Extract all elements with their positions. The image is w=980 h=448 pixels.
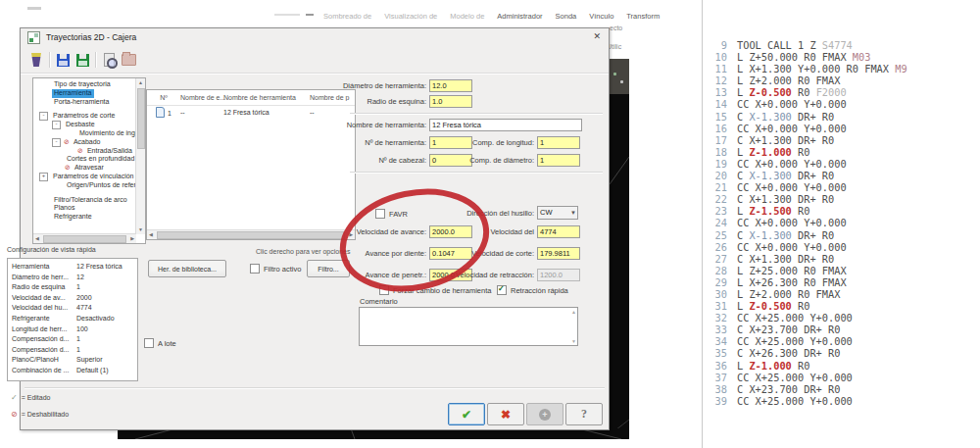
menu-item[interactable]: Vínculo xyxy=(589,12,613,21)
tree-item-refrigerante[interactable]: Refrigerante xyxy=(33,213,136,222)
menu-item[interactable]: Visualización de xyxy=(384,12,437,21)
expander-icon[interactable]: + xyxy=(39,173,48,181)
import-button[interactable] xyxy=(119,51,138,69)
code-line[interactable]: 21CC X+0.000 Y+0.000 xyxy=(710,181,980,193)
batch-checkbox[interactable] xyxy=(144,338,154,348)
diameter-comp-input[interactable]: 1 xyxy=(537,154,580,167)
code-line[interactable]: 18L Z-1.000 R0 xyxy=(710,146,980,158)
save-to-library-button[interactable] xyxy=(73,51,92,69)
cutting-speed-label: Velocidad de corte: xyxy=(452,249,534,258)
code-line[interactable]: 34CC X+25.000 Y+0.000 xyxy=(710,335,980,347)
tree-item-herramienta[interactable]: Herramienta xyxy=(33,89,136,98)
nc-code-panel[interactable]: 9TOOL CALL 1 Z S477410L Z+50.000 R0 FMAX… xyxy=(710,39,980,407)
code-line[interactable]: 31L Z-0.500 R0 xyxy=(710,300,980,312)
menu-item[interactable]: Sombreado de xyxy=(323,12,371,21)
tree-horizontal-scrollbar[interactable]: ◀ ▶ xyxy=(33,233,136,243)
tree-item-entrada-salida[interactable]: ⊘Entrada/Salida xyxy=(33,147,136,156)
column-header[interactable]: Nombre de herramienta xyxy=(223,94,310,101)
tree-item-desbaste[interactable]: -Desbaste xyxy=(33,121,136,129)
expander-icon[interactable]: - xyxy=(39,112,48,121)
tree-item-acabado[interactable]: -⊘Acabado xyxy=(33,138,136,147)
code-line[interactable]: 39CC X+25.000 Y+0.000 xyxy=(710,395,980,407)
favr-checkbox-row[interactable]: FAVR xyxy=(375,209,408,219)
menu-item[interactable]: Administrador xyxy=(497,12,542,21)
menu-item[interactable]: Sonda xyxy=(556,12,577,21)
cutting-speed-input[interactable]: 179.9811 xyxy=(537,247,580,260)
cancel-button[interactable]: ✖ xyxy=(487,403,524,425)
force-tool-change-checkbox[interactable] xyxy=(379,285,389,295)
tree-item-par-metros-de-vinculaci-n[interactable]: +Parámetros de vinculación xyxy=(33,173,136,181)
tree-item-atravesar[interactable]: ⊘Atravesar xyxy=(33,164,136,173)
code-line[interactable]: 30L Z+2.000 R0 FMAX xyxy=(710,288,980,300)
tool-table[interactable]: NºNombre de e...Nombre de herramientaNom… xyxy=(146,89,356,240)
code-line[interactable]: 17C X+1.300 DR+ R0 xyxy=(710,134,980,146)
code-line[interactable]: 38C X+23.700 DR+ R0 xyxy=(710,383,980,395)
tree-item-planos[interactable]: Planos xyxy=(33,204,136,213)
code-line[interactable]: 28L Z+25.000 R0 FMAX xyxy=(710,265,980,276)
code-line[interactable]: 20C X-1.300 DR+ R0 xyxy=(710,170,980,181)
code-line[interactable]: 26CC X+0.000 Y+0.000 xyxy=(710,241,980,253)
line-number: 21 xyxy=(710,181,727,193)
length-comp-input[interactable]: 1 xyxy=(537,136,580,149)
ok-button[interactable]: ✔ xyxy=(448,403,485,425)
save-parameters-button[interactable] xyxy=(53,51,73,69)
expander-icon[interactable]: - xyxy=(52,138,61,147)
table-row[interactable]: 1--12 Fresa tórica-- xyxy=(147,106,355,119)
expander-icon[interactable]: - xyxy=(52,121,61,129)
tree-item-movimiento-de-ingreso[interactable]: Movimiento de ingreso xyxy=(33,129,136,138)
column-header[interactable]: Nombre de e... xyxy=(180,94,223,101)
tree-item-par-metros-de-corte[interactable]: -Parámetros de corte xyxy=(33,112,136,121)
code-line[interactable]: 23L Z-1.500 R0 xyxy=(710,205,980,217)
help-button[interactable]: ? xyxy=(565,403,603,425)
code-line[interactable]: 25C X-1.300 DR+ R0 xyxy=(710,229,980,241)
code-line[interactable]: 22C X+1.300 DR+ R0 xyxy=(710,193,980,205)
code-line[interactable]: 11L X+1.300 Y+0.000 R0 FMAX M9 xyxy=(710,63,980,75)
corner-radius-input[interactable]: 1.0 xyxy=(429,95,472,108)
code-line[interactable]: 9TOOL CALL 1 Z S4774 xyxy=(710,39,980,51)
filter-active-checkbox[interactable] xyxy=(250,264,260,274)
tree-item-cortes-en-profundidad[interactable]: Cortes en profundidad xyxy=(33,155,136,164)
force-tool-change-row[interactable]: Forzar cambio de herramienta xyxy=(379,285,491,295)
close-icon[interactable]: ✕ xyxy=(593,31,601,41)
code-line[interactable]: 37CC X+25.000 Y+0.000 xyxy=(710,372,980,383)
tool-name-input[interactable]: 12 Fresa tórica xyxy=(429,119,582,131)
save-library-icon xyxy=(76,54,89,67)
code-line[interactable]: 24CC X+0.000 Y+0.000 xyxy=(710,217,980,228)
rapid-retract-checkbox[interactable] xyxy=(497,285,507,295)
code-line[interactable]: 16CC X+0.000 Y+0.000 xyxy=(710,123,980,134)
comment-textarea[interactable]: ▲▼ xyxy=(359,307,578,346)
tool-diameter-input[interactable]: 12.0 xyxy=(429,79,472,92)
code-line[interactable]: 36L Z-1.000 R0 xyxy=(710,360,980,372)
code-line[interactable]: 13L Z-0.500 R0 F2000 xyxy=(710,86,980,98)
dialog-titlebar[interactable]: Trayectorias 2D - Cajera ✕ xyxy=(21,28,609,46)
code-line[interactable]: 35C X+26.300 DR+ R0 xyxy=(710,347,980,359)
code-line[interactable]: 27C X+1.300 DR+ R0 xyxy=(710,253,980,265)
rapid-retract-row[interactable]: Retracción rápida xyxy=(497,285,568,295)
plus-icon: + xyxy=(539,409,551,421)
preview-button[interactable] xyxy=(99,51,119,69)
code-line[interactable]: 19CC X+0.000 Y+0.000 xyxy=(710,158,980,170)
batch-checkbox-row[interactable]: A lote xyxy=(144,338,176,348)
tree-vertical-scrollbar[interactable]: ▲ ▼ xyxy=(135,78,145,234)
library-tool-button[interactable]: Her. de biblioteca... xyxy=(148,260,226,277)
column-header[interactable]: Nº xyxy=(147,94,180,101)
filter-active-checkbox-row[interactable]: Filtro activo xyxy=(250,264,301,274)
tree-item-filtro-tolerancia-de-arco[interactable]: Filtro/Tolerancia de arco xyxy=(33,196,136,205)
tree-item-tipo-de-trayectoria[interactable]: Tipo de trayectoria xyxy=(33,80,136,89)
code-line[interactable]: 29L X+26.300 R0 FMAX xyxy=(710,276,980,288)
code-line[interactable]: 14CC X+0.000 Y+0.000 xyxy=(710,98,980,110)
menu-item[interactable]: Transform xyxy=(626,12,660,21)
spindle-direction-dropdown[interactable]: CW▼ xyxy=(537,206,578,220)
select-tool-button[interactable] xyxy=(26,51,46,69)
code-line[interactable]: 33C X+23.700 DR+ R0 xyxy=(710,324,980,335)
code-line[interactable]: 15C X-1.300 DR+ R0 xyxy=(710,111,980,123)
tree-item-origen-puntos-de-referencia[interactable]: Origen/Puntos de referencia xyxy=(33,181,136,190)
code-line[interactable]: 32CC X+25.000 Y+0.000 xyxy=(710,312,980,324)
cancel-x-icon: ✖ xyxy=(501,408,511,422)
tree-item-porta-herramienta[interactable]: Porta-herramienta xyxy=(33,98,136,107)
menu-item[interactable]: Modelo de xyxy=(450,12,484,21)
favr-checkbox[interactable] xyxy=(375,209,385,219)
spindle-speed-input[interactable]: 4774 xyxy=(537,225,580,238)
code-line[interactable]: 12L Z+2.000 R0 FMAX xyxy=(710,75,980,86)
code-line[interactable]: 10L Z+50.000 R0 FMAX M03 xyxy=(710,51,980,63)
